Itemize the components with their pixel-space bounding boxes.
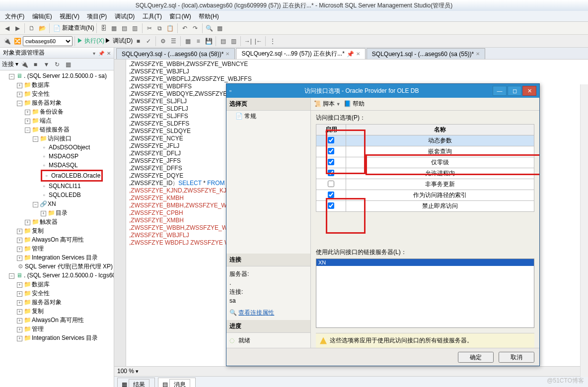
backup-node[interactable]: 备份设备 xyxy=(40,108,64,115)
debug-button[interactable]: ▶ 调试(D) xyxy=(105,37,133,45)
manage-node-2[interactable]: 管理 xyxy=(32,325,44,332)
find-icon[interactable]: 🔍 xyxy=(205,23,215,33)
row-2-name[interactable]: 仅零级 xyxy=(346,157,534,168)
connect-icon[interactable]: 🔌 xyxy=(2,36,12,46)
tab-1[interactable]: SQLQuery3.sql - (...asegs60 (sa (58))*✕ xyxy=(116,48,235,59)
back-icon[interactable]: ◀ xyxy=(2,23,12,33)
tab-close-icon[interactable]: ✕ xyxy=(476,51,480,57)
alwayson-node-2[interactable]: AlwaysOn 高可用性 xyxy=(32,317,84,323)
is-catalog-node-2[interactable]: Integration Services 目录 xyxy=(32,334,98,341)
row-4-name[interactable]: 非事务更新 xyxy=(346,179,534,190)
redo-icon[interactable]: ↷ xyxy=(190,23,200,33)
change-conn-icon[interactable]: 🔀 xyxy=(12,36,22,46)
new-query-icon[interactable]: 📄 xyxy=(52,23,62,33)
endpoints-node[interactable]: 端点 xyxy=(40,117,52,124)
copy-icon[interactable]: ⧉ xyxy=(155,23,165,33)
db-node-2[interactable]: 数据库 xyxy=(32,281,50,288)
database-combo[interactable]: cwbasegs60 xyxy=(23,36,73,46)
cut-icon[interactable]: ✂ xyxy=(145,23,154,33)
row-6-name[interactable]: 禁止即席访问 xyxy=(346,201,534,212)
cancel-button[interactable]: 取消 xyxy=(499,352,534,363)
general-page[interactable]: 📄 常规 xyxy=(226,111,310,122)
replication-node[interactable]: 复制 xyxy=(32,227,44,234)
manage-node[interactable]: 管理 xyxy=(32,245,44,252)
chk-0[interactable] xyxy=(328,137,334,143)
catalog-node[interactable]: 目录 xyxy=(56,209,68,216)
provider-sqlncli[interactable]: SQLNCLI11 xyxy=(49,183,81,190)
replication-node-2[interactable]: 复制 xyxy=(32,308,44,315)
linked-node[interactable]: 链接服务器 xyxy=(40,126,70,133)
close-icon[interactable]: ✕ xyxy=(107,51,111,56)
results-file-icon[interactable]: 💾 xyxy=(204,36,214,46)
vertical-scrollbar[interactable] xyxy=(580,84,588,377)
menu-view[interactable]: 视图(V) xyxy=(57,11,82,22)
security-node[interactable]: 安全性 xyxy=(32,90,50,97)
pin-icon[interactable]: 📌 xyxy=(347,51,354,58)
chk-4[interactable] xyxy=(328,181,334,187)
disconnect-icon[interactable]: 🔌 xyxy=(19,60,29,69)
close-button[interactable]: ✕ xyxy=(522,86,536,96)
execute-button[interactable]: ▶ 执行(X) xyxy=(77,37,104,45)
row-0-name[interactable]: 动态参数 xyxy=(346,135,534,146)
menu-window[interactable]: 窗口(W) xyxy=(166,11,194,22)
parse-icon[interactable]: ✓ xyxy=(144,36,153,46)
menu-edit[interactable]: 编辑(E) xyxy=(29,11,55,22)
undo-icon[interactable]: ↶ xyxy=(180,23,190,33)
chk-1[interactable] xyxy=(328,148,334,154)
server-node-2[interactable]: . (SQL Server 12.0.5000.0 - lcgs609 xyxy=(24,272,114,279)
tab-close-icon[interactable]: ✕ xyxy=(225,51,229,57)
specify-icon[interactable]: ⋮ xyxy=(268,36,278,46)
tab-close-icon[interactable]: ✕ xyxy=(356,51,360,57)
menu-debug[interactable]: 调试(D) xyxy=(112,11,138,22)
connect-label[interactable]: 连接 ▾ xyxy=(2,60,18,68)
open-icon[interactable]: 📂 xyxy=(37,23,47,33)
db-node[interactable]: 数据库 xyxy=(32,81,50,88)
minimize-button[interactable]: — xyxy=(493,86,507,96)
menu-tools[interactable]: 工具(T) xyxy=(140,11,165,22)
alwayson-node[interactable]: AlwaysOn 高可用性 xyxy=(32,236,84,243)
row-3-name[interactable]: 允许进程内 xyxy=(346,168,534,179)
indent-icon[interactable]: →| xyxy=(243,36,253,46)
maximize-button[interactable]: ◻ xyxy=(508,86,521,96)
outdent-icon[interactable]: |← xyxy=(253,36,263,46)
view-connection-link[interactable]: 查看连接属性 xyxy=(238,309,274,316)
results-text-icon[interactable]: ≡ xyxy=(193,36,203,46)
filter2-icon[interactable]: ▦ xyxy=(63,60,73,69)
sp-icon[interactable]: ▥ xyxy=(130,23,140,33)
security-node-2[interactable]: 安全性 xyxy=(32,290,50,297)
row-5-name[interactable]: 作为访问路径的索引 xyxy=(346,190,534,201)
is-catalog-node[interactable]: Integration Services 目录 xyxy=(32,254,98,261)
filter-icon[interactable]: ▼ xyxy=(41,60,51,69)
provider-msdasql[interactable]: MSDASQL xyxy=(49,162,78,169)
new-query-button[interactable]: 新建查询(N) xyxy=(62,24,94,32)
tab-3[interactable]: SQLQuery1.sql - (...asegs60 (sa (55))*✕ xyxy=(367,48,485,59)
messages-tab[interactable]: ▤ 消息 xyxy=(158,378,196,387)
tree-view[interactable]: −🖥. (SQL Server 12.0.5000.0 - sa) +📁数据库 … xyxy=(0,70,114,387)
outline-icon[interactable]: ☰ xyxy=(168,36,178,46)
menu-help[interactable]: 帮助(H) xyxy=(196,11,222,22)
pin-icon[interactable]: ▾ xyxy=(93,51,95,56)
row-1-name[interactable]: 嵌套查询 xyxy=(346,146,534,157)
options-grid[interactable]: 启用名称 动态参数 嵌套查询 仅零级 允许进程内 非事务更新 作为访问路径的索引… xyxy=(316,124,534,212)
chk-3[interactable] xyxy=(328,170,334,176)
zoom-level[interactable]: 100 % xyxy=(117,368,134,375)
triggers-node[interactable]: 触发器 xyxy=(40,218,58,225)
stop-icon[interactable]: ■ xyxy=(133,36,143,46)
chk-5[interactable] xyxy=(328,192,334,198)
comment-icon[interactable]: ▤ xyxy=(218,36,228,46)
ok-button[interactable]: 确定 xyxy=(458,352,494,363)
plan-icon[interactable]: ⚙ xyxy=(158,36,168,46)
server-objects-node[interactable]: 服务器对象 xyxy=(32,99,62,106)
view-icon[interactable]: ▤ xyxy=(120,23,130,33)
db-icon[interactable]: 🗄 xyxy=(99,23,109,33)
forward-icon[interactable]: ▶ xyxy=(12,23,22,33)
chk-2[interactable] xyxy=(328,159,334,165)
server-node-1[interactable]: . (SQL Server 12.0.5000.0 - sa) xyxy=(24,72,107,79)
tab-2[interactable]: SQLQuery2.sql -...99 (57)) 正在执行...*📌✕ xyxy=(236,48,365,59)
server-objects-node-2[interactable]: 服务器对象 xyxy=(32,299,62,306)
results-tab[interactable]: ▦ 结果 xyxy=(117,378,155,387)
menu-file[interactable]: 文件(F) xyxy=(2,11,27,22)
provider-oracle[interactable]: OraOLEDB.Oracle xyxy=(51,172,100,179)
chk-6[interactable] xyxy=(328,202,334,209)
provider-msdaosp[interactable]: MSDAOSP xyxy=(49,153,78,160)
